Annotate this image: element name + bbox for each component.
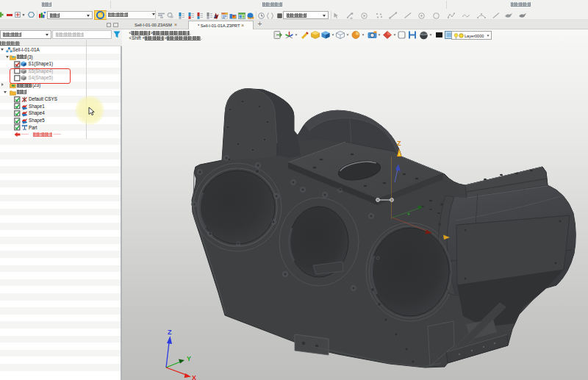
svg-text:Z: Z	[168, 329, 172, 336]
svg-text:X: X	[192, 374, 196, 380]
svg-text:Z: Z	[397, 140, 401, 147]
svg-text:Y: Y	[187, 355, 191, 362]
